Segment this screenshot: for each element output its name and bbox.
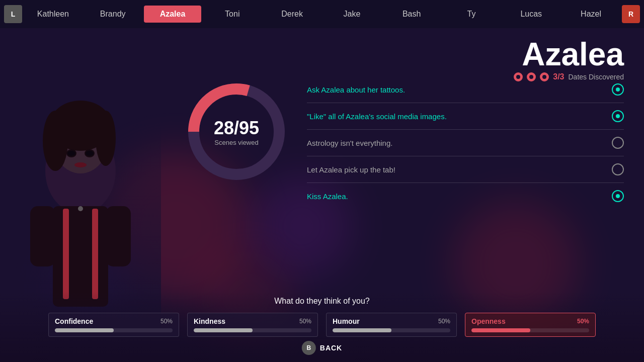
stat-humour: Humour 50%	[326, 313, 457, 337]
scene-item-5: Kiss Azalea.	[307, 183, 624, 209]
title-area: Azalea 3/3 Dates Discovered	[181, 38, 624, 81]
back-button[interactable]: B BACK	[302, 341, 342, 355]
stat-confidence-percent: 50%	[160, 318, 173, 325]
svg-point-15	[74, 162, 87, 167]
nav-character-kathleen[interactable]: Kathleen	[24, 6, 82, 23]
stat-openness-percent: 50%	[577, 318, 589, 325]
stat-humour-name: Humour	[333, 317, 360, 325]
stat-humour-header: Humour 50%	[333, 317, 450, 325]
nav-left-button[interactable]: L	[4, 5, 22, 23]
stats-row: Confidence 50% Kindness 50% Humour 50%	[15, 313, 629, 337]
nav-character-hazel[interactable]: Hazel	[562, 6, 620, 23]
scene-icon-2	[612, 110, 624, 122]
stat-confidence-bar-fill	[55, 328, 114, 332]
stats-heading: What do they think of you?	[15, 297, 629, 306]
scene-text-5: Kiss Azalea.	[307, 192, 348, 201]
nav-bar: L Kathleen Brandy Azalea Toni Derek Jake…	[0, 0, 644, 28]
scene-text-4: Let Azalea pick up the tab!	[307, 165, 395, 174]
nav-character-ty[interactable]: Ty	[443, 6, 501, 23]
stat-kindness: Kindness 50%	[187, 313, 318, 337]
scene-text-2: "Like" all of Azalea's social media imag…	[307, 112, 447, 121]
scene-item-3: Astrology isn't everything.	[307, 130, 624, 156]
b-button-icon: B	[302, 341, 316, 355]
scene-icon-1	[612, 83, 624, 96]
scenes-list: Ask Azalea about her tattoos. "Like" all…	[307, 76, 624, 209]
donut-chart: 28/95 Scenes viewed	[181, 76, 292, 187]
scene-item-4: Let Azalea pick up the tab!	[307, 156, 624, 183]
stat-confidence-header: Confidence 50%	[55, 317, 173, 325]
svg-rect-6	[30, 206, 55, 266]
nav-right-button[interactable]: R	[622, 5, 640, 23]
stat-openness-bar-bg	[471, 328, 589, 332]
stat-openness-name: Openness	[471, 317, 506, 325]
scene-item-2: "Like" all of Azalea's social media imag…	[307, 103, 624, 130]
scene-text-3: Astrology isn't everything.	[307, 139, 392, 147]
stat-openness: Openness 50%	[465, 313, 596, 337]
nav-character-lucas[interactable]: Lucas	[502, 6, 560, 23]
scene-text-1: Ask Azalea about her tattoos.	[307, 85, 405, 94]
nav-character-bash[interactable]: Bash	[383, 6, 441, 23]
stat-kindness-bar-bg	[194, 328, 311, 332]
stat-confidence: Confidence 50%	[48, 313, 179, 337]
svg-rect-8	[63, 209, 69, 299]
stat-confidence-bar-bg	[55, 328, 173, 332]
character-name-title: Azalea	[514, 38, 624, 70]
back-label: BACK	[320, 344, 342, 352]
scenes-fraction: 28/95	[214, 118, 259, 139]
stat-kindness-percent: 50%	[299, 318, 311, 325]
scene-icon-5	[612, 190, 624, 202]
svg-point-3	[43, 111, 68, 171]
svg-rect-7	[106, 206, 131, 266]
stat-openness-bar-fill	[471, 328, 530, 332]
nav-character-brandy[interactable]: Brandy	[84, 6, 142, 23]
svg-point-10	[78, 206, 83, 211]
svg-point-4	[96, 111, 116, 166]
stat-kindness-bar-fill	[194, 328, 253, 332]
stat-kindness-name: Kindness	[194, 317, 225, 325]
title-block: Azalea 3/3 Dates Discovered	[514, 38, 624, 81]
scenes-label: Scenes viewed	[214, 139, 259, 146]
stat-humour-bar-fill	[333, 328, 391, 332]
nav-character-jake[interactable]: Jake	[323, 6, 381, 23]
donut-center: 28/95 Scenes viewed	[214, 118, 259, 146]
svg-point-13	[67, 151, 75, 156]
stat-openness-header: Openness 50%	[471, 317, 589, 325]
scene-item-1: Ask Azalea about her tattoos.	[307, 76, 624, 103]
nav-character-toni[interactable]: Toni	[203, 6, 261, 23]
svg-point-14	[86, 151, 94, 156]
scene-icon-4	[612, 163, 624, 175]
stat-confidence-name: Confidence	[55, 317, 93, 325]
svg-rect-9	[92, 209, 98, 299]
stat-humour-bar-bg	[333, 328, 450, 332]
stat-humour-percent: 50%	[438, 318, 450, 325]
stat-kindness-header: Kindness 50%	[194, 317, 311, 325]
nav-character-azalea[interactable]: Azalea	[144, 6, 202, 23]
nav-character-derek[interactable]: Derek	[263, 6, 321, 23]
scene-icon-3	[612, 137, 624, 149]
